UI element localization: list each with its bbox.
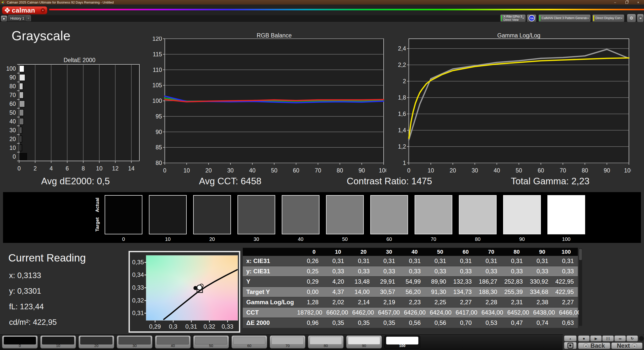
loop-measure-button[interactable]: ↻ (626, 335, 638, 341)
refresh-icon: ↻ (631, 336, 634, 340)
pattern-button-10[interactable]: 10 (40, 335, 76, 348)
table-cell: 2,31 (501, 299, 527, 306)
back-button[interactable]: « Back (578, 342, 610, 349)
svg-text:80: 80 (337, 167, 343, 174)
pattern-level-label: 60 (232, 343, 267, 348)
column-header: 50 (425, 249, 450, 255)
stop-button[interactable]: ■ (578, 335, 590, 341)
table-cell: 255,39 (501, 288, 527, 295)
table-cell: 186,27 (476, 278, 501, 285)
svg-text:0: 0 (407, 167, 411, 174)
next-button[interactable]: Next » (611, 342, 642, 349)
table-cell: 4,37 (323, 288, 348, 295)
restore-button[interactable] (621, 0, 632, 5)
generator-status-bar (539, 15, 540, 21)
record-indicator-dot (639, 336, 644, 341)
table-cell: 0,33 (501, 268, 527, 275)
table-cell: 0,26 (297, 257, 323, 265)
table-cell: 0,29 (297, 278, 323, 285)
svg-text:1,8: 1,8 (398, 94, 406, 101)
gear-icon: ⚙ (629, 16, 633, 21)
window-title: Calman 2025 Calman Ultimate for Business… (7, 1, 114, 4)
swatch-color (459, 195, 497, 234)
cie-x-tick-label: 0,31 (182, 323, 200, 330)
table-cell: 13,48 (348, 278, 374, 285)
tab-history-1[interactable]: History 1 + (8, 15, 31, 21)
scrollbar-thumb[interactable] (579, 249, 582, 260)
svg-text:90: 90 (155, 129, 162, 135)
table-row: CCT18782,006602,006462,006457,006426,006… (243, 307, 578, 318)
pattern-button-50[interactable]: 50 (193, 335, 229, 348)
calman-diamond-icon (2, 1, 5, 4)
table-row: Y0,294,2013,4829,9154,9989,90132,33186,2… (243, 276, 578, 287)
workflow-play-button[interactable]: ▶ (1, 15, 7, 22)
page-title: Grayscale (12, 28, 70, 43)
table-cell: 6457,00 (378, 309, 404, 316)
pattern-button-90[interactable]: 90 (346, 335, 382, 348)
table-cell: 30,57 (374, 288, 399, 295)
table-cell: 422,95 (552, 278, 578, 285)
continuous-measure-button[interactable]: ∞ (614, 335, 626, 341)
chevron-down-icon: ▼ (621, 17, 623, 20)
table-cell: 0,33 (399, 268, 425, 275)
swatch-row: 0102030405060708090100 (105, 195, 585, 242)
table-cell: 2,25 (425, 299, 450, 306)
table-cell: 0,74 (527, 319, 552, 326)
close-button[interactable]: × (632, 0, 644, 5)
single-measure-button[interactable]: [·] (602, 335, 614, 341)
table-cell: 134,73 (450, 288, 476, 295)
table-row: y: CIE310,250,330,330,330,330,330,330,33… (243, 266, 578, 276)
swatch-color (326, 195, 364, 234)
swatch-level-label: 100 (547, 234, 585, 242)
play-button[interactable]: ▶ (590, 335, 602, 341)
settings-button[interactable]: ⚙ (627, 14, 636, 22)
pattern-window-button[interactable] (564, 342, 577, 349)
display-control-dropdown[interactable]: Direct Display Control ▼ (592, 14, 624, 22)
row-label: ΔE 2000 (243, 319, 297, 326)
table-cell: 334,68 (527, 288, 552, 295)
pattern-level-label: 20 (79, 343, 114, 348)
minimize-button[interactable]: – (609, 0, 621, 5)
table-cell: 0,33 (425, 268, 450, 275)
svg-text:1,2: 1,2 (398, 143, 406, 150)
pattern-level-label: 90 (346, 343, 382, 348)
svg-text:8: 8 (82, 165, 85, 172)
svg-text:1: 1 (403, 160, 406, 166)
svg-text:90: 90 (604, 167, 610, 174)
pattern-button-80[interactable]: 80 (308, 335, 344, 348)
cie-x-tick (173, 321, 174, 322)
table-scrollbar[interactable] (579, 248, 582, 326)
svg-text:30: 30 (472, 167, 478, 174)
cie-x-tick-label: 0,29 (146, 323, 164, 330)
table-cell: 0,31 (450, 257, 476, 265)
table-cell: 0,31 (348, 257, 374, 265)
table-cell: 56,20 (399, 288, 425, 295)
add-tab-button[interactable]: + (26, 16, 31, 21)
expand-up-button[interactable]: ▲ (564, 335, 577, 341)
pattern-button-60[interactable]: 60 (231, 335, 267, 348)
collapse-panel-button[interactable]: ◀ (637, 14, 644, 22)
cie-x-tick-label: 0,33 (219, 323, 236, 330)
table-cell: 14,00 (348, 288, 374, 295)
pattern-button-30[interactable]: 30 (117, 335, 152, 348)
pattern-generator-dropdown[interactable]: CalMAN Client 3 Pattern Generator ▼ (538, 14, 591, 22)
table-cell: 2,02 (323, 299, 348, 306)
calman-menu-button[interactable]: calman ▼ (2, 6, 47, 14)
pattern-button-40[interactable]: 40 (155, 335, 191, 348)
grayscale-swatch-strip: Actual Target 0102030405060708090100 (3, 192, 641, 243)
table-cell: 330,92 (527, 278, 552, 285)
chevron-double-right-icon: » (632, 343, 637, 348)
row-label: Y (243, 278, 297, 285)
svg-text:80: 80 (155, 160, 162, 166)
meter-dropdown[interactable]: X-Rite i1Pro 3Direct View ▼ (500, 14, 526, 22)
deltae-2000-chart: 024681012141009080706050403020100 (5, 62, 142, 174)
transport-controls: ▲ ■ ▶ [·] ∞ ↻ « Back Next » (562, 334, 644, 350)
total-gamma-stat: Total Gamma: 2,23 (495, 176, 606, 187)
pattern-button-100[interactable]: 100 (384, 335, 420, 348)
table-cell: 0,31 (323, 257, 348, 265)
pattern-button-70[interactable]: 70 (270, 335, 305, 348)
pattern-button-20[interactable]: 20 (78, 335, 114, 348)
grayscale-swatch: 90 (503, 195, 541, 242)
table-cell: 2,14 (348, 299, 374, 306)
pattern-button-0[interactable]: 0 (2, 335, 38, 348)
